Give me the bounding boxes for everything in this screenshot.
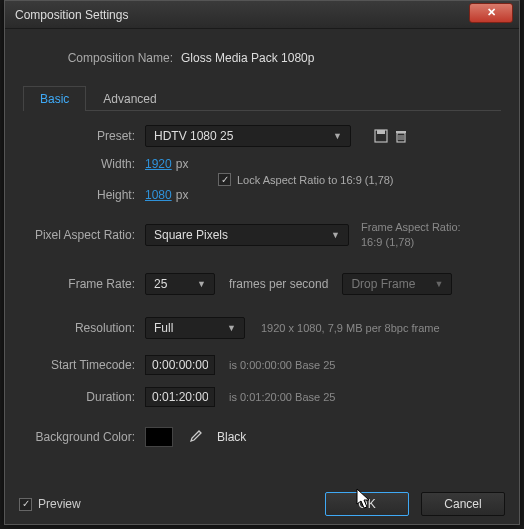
resolution-value: Full — [154, 321, 173, 335]
ok-button[interactable]: OK — [325, 492, 409, 516]
preset-dropdown[interactable]: HDTV 1080 25 ▼ — [145, 125, 351, 147]
width-label: Width: — [23, 157, 145, 171]
start-tc-input[interactable] — [145, 355, 215, 375]
resolution-info: 1920 x 1080, 7,9 MB per 8bpc frame — [261, 322, 440, 334]
bgcolor-name: Black — [217, 430, 246, 444]
preview-checkbox[interactable]: ✓ — [19, 498, 32, 511]
lock-aspect-checkbox[interactable]: ✓ — [218, 173, 231, 186]
framerate-label: Frame Rate: — [23, 277, 145, 291]
chevron-down-icon: ▼ — [331, 230, 340, 240]
height-value[interactable]: 1080 — [145, 188, 172, 202]
titlebar[interactable]: Composition Settings ✕ — [5, 1, 519, 29]
chevron-down-icon: ▼ — [333, 131, 342, 141]
dialog-content: Composition Name: Basic Advanced Preset:… — [5, 29, 519, 467]
duration-input[interactable] — [145, 387, 215, 407]
chevron-down-icon: ▼ — [197, 279, 206, 289]
delete-preset-button[interactable] — [391, 126, 411, 146]
dropframe-dropdown: Drop Frame ▼ — [342, 273, 452, 295]
close-icon: ✕ — [487, 6, 496, 19]
duration-info: is 0:01:20:00 Base 25 — [229, 391, 335, 403]
far-value: 16:9 (1,78) — [361, 235, 461, 250]
par-value: Square Pixels — [154, 228, 228, 242]
comp-name-input[interactable] — [181, 49, 501, 67]
eyedropper-icon — [188, 430, 202, 444]
resolution-label: Resolution: — [23, 321, 145, 335]
bgcolor-label: Background Color: — [23, 430, 145, 444]
trash-icon — [394, 129, 408, 143]
tab-advanced[interactable]: Advanced — [86, 86, 173, 111]
save-preset-button[interactable] — [371, 126, 391, 146]
tab-bar: Basic Advanced — [23, 85, 501, 111]
framerate-dropdown[interactable]: 25 ▼ — [145, 273, 215, 295]
preset-value: HDTV 1080 25 — [154, 129, 233, 143]
height-label: Height: — [23, 188, 145, 202]
start-tc-label: Start Timecode: — [23, 358, 145, 372]
tab-basic[interactable]: Basic — [23, 86, 86, 111]
dialog-footer: ✓ Preview OK Cancel — [5, 484, 519, 524]
preview-label: Preview — [38, 497, 81, 511]
cancel-button[interactable]: Cancel — [421, 492, 505, 516]
par-dropdown[interactable]: Square Pixels ▼ — [145, 224, 349, 246]
far-block: Frame Aspect Ratio: 16:9 (1,78) — [361, 220, 461, 251]
svg-rect-1 — [377, 130, 385, 134]
dropframe-value: Drop Frame — [351, 277, 415, 291]
comp-name-label: Composition Name: — [23, 51, 181, 65]
chevron-down-icon: ▼ — [227, 323, 236, 333]
framerate-value: 25 — [154, 277, 167, 291]
bgcolor-swatch[interactable] — [145, 427, 173, 447]
window-title: Composition Settings — [15, 8, 469, 22]
eyedropper-button[interactable] — [187, 429, 203, 445]
preset-label: Preset: — [23, 129, 145, 143]
resolution-dropdown[interactable]: Full ▼ — [145, 317, 245, 339]
close-button[interactable]: ✕ — [469, 3, 513, 23]
height-unit: px — [176, 188, 189, 202]
fps-label: frames per second — [229, 277, 328, 291]
dialog-composition-settings: Composition Settings ✕ Composition Name:… — [4, 0, 520, 525]
far-label: Frame Aspect Ratio: — [361, 220, 461, 235]
width-value[interactable]: 1920 — [145, 157, 172, 171]
chevron-down-icon: ▼ — [434, 279, 443, 289]
duration-label: Duration: — [23, 390, 145, 404]
lock-aspect-label: Lock Aspect Ratio to 16:9 (1,78) — [237, 174, 394, 186]
svg-rect-3 — [396, 131, 406, 133]
par-label: Pixel Aspect Ratio: — [23, 228, 145, 242]
width-unit: px — [176, 157, 189, 171]
start-tc-info: is 0:00:00:00 Base 25 — [229, 359, 335, 371]
save-preset-icon — [374, 129, 388, 143]
